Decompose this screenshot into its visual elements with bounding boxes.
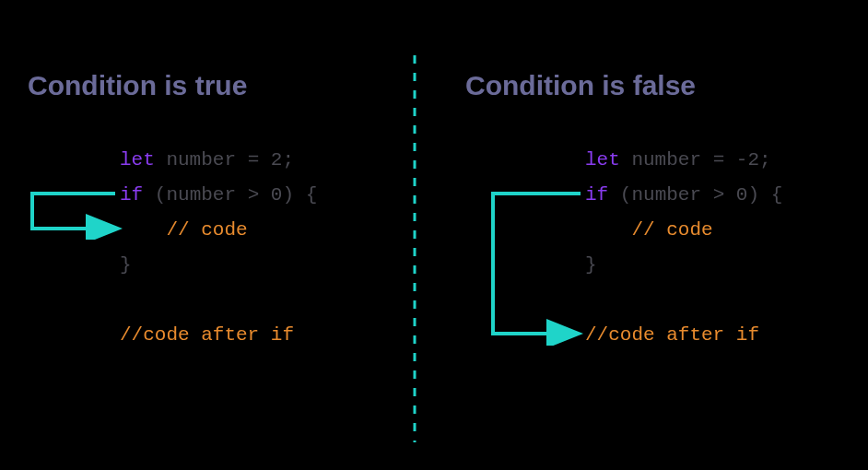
brace-close: } [585, 254, 597, 276]
code-text: (number > 0) { [143, 184, 317, 206]
panel-true: Condition is true let number = 2; if (nu… [0, 0, 405, 470]
code-text: (number > 0) { [608, 184, 782, 206]
indent [120, 219, 166, 241]
heading-false: Condition is false [465, 70, 696, 101]
code-text: number = -2; [620, 149, 771, 170]
code-block-false: let number = -2; if (number > 0) { // co… [585, 143, 782, 353]
comment-code: // code [166, 219, 247, 241]
brace-close: } [120, 254, 132, 276]
panel-false: Condition is false let number = -2; if (… [452, 0, 857, 470]
comment-after-if: //code after if [120, 324, 294, 346]
indent [585, 219, 631, 241]
heading-true: Condition is true [28, 70, 247, 101]
keyword-let: let [120, 149, 155, 170]
comment-code: // code [631, 219, 712, 241]
code-text: number = 2; [155, 149, 294, 170]
comment-after-if: //code after if [585, 324, 759, 346]
keyword-if: if [585, 184, 608, 206]
keyword-if: if [120, 184, 143, 206]
code-block-true: let number = 2; if (number > 0) { // cod… [120, 143, 317, 353]
vertical-divider [413, 55, 416, 442]
keyword-let: let [585, 149, 620, 170]
